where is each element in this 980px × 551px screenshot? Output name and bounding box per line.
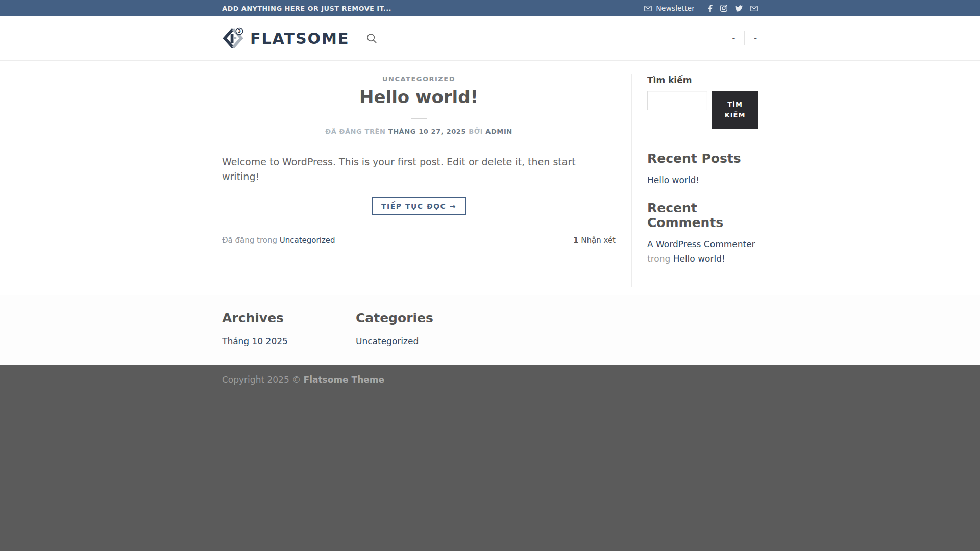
post-title[interactable]: Hello world! <box>222 87 616 107</box>
recent-posts-title: Recent Posts <box>647 151 758 166</box>
posted-in-label: Đã đăng trong <box>222 236 277 245</box>
flatsome-diamond-icon: 3 <box>222 27 244 50</box>
facebook-icon[interactable] <box>708 5 713 12</box>
comment-author-link[interactable]: A WordPress Commenter <box>647 239 755 249</box>
continue-reading-button[interactable]: TIẾP TỤC ĐỌC → <box>372 197 466 215</box>
instagram-icon[interactable] <box>720 5 727 12</box>
site-logo-text: FLATSOME <box>250 30 349 47</box>
nav-item-1[interactable]: - <box>731 32 736 44</box>
recent-posts-widget: Recent Posts Hello world! <box>647 151 758 185</box>
twitter-icon[interactable] <box>735 5 743 12</box>
comments-count: 1 <box>573 236 578 245</box>
by-label: BỞI <box>469 128 483 135</box>
nav-item-2[interactable]: - <box>753 32 758 44</box>
site-header: 3 FLATSOME - - <box>0 16 980 61</box>
posted-on-label: ĐÃ ĐĂNG TRÊN <box>325 128 385 135</box>
search-widget-title: Tìm kiếm <box>647 75 758 85</box>
categories-widget: Categories Uncategorized <box>356 311 489 346</box>
recent-comments-title: Recent Comments <box>647 201 758 230</box>
primary-nav: - - <box>731 31 758 45</box>
newsletter-label: Newsletter <box>656 4 695 12</box>
sidebar-divider <box>631 74 632 287</box>
comment-in-label: trong <box>647 254 673 264</box>
sidebar: Tìm kiếm TÌM KIẾM Recent Posts Hello wor… <box>647 61 758 295</box>
site-logo[interactable]: 3 FLATSOME <box>222 27 349 50</box>
main-content: UNCATEGORIZED Hello world! ĐÃ ĐĂNG TRÊN … <box>0 61 980 295</box>
category-link[interactable]: Uncategorized <box>356 336 419 346</box>
post-author-link[interactable]: ADMIN <box>485 128 512 135</box>
mail-icon[interactable] <box>750 6 758 11</box>
post-meta: ĐÃ ĐĂNG TRÊN THÁNG 10 27, 2025 BỞI ADMIN <box>222 128 616 135</box>
footer-widgets: Archives Tháng 10 2025 Categories Uncate… <box>0 295 980 365</box>
comments-label: Nhận xét <box>579 236 616 245</box>
comments-count-link[interactable]: 1 Nhận xét <box>573 236 616 245</box>
post-divider <box>222 253 616 253</box>
archives-title: Archives <box>222 311 356 325</box>
sidebar-search-input[interactable] <box>647 91 707 110</box>
svg-text:3: 3 <box>238 29 241 34</box>
archive-link[interactable]: Tháng 10 2025 <box>222 336 288 346</box>
nav-divider <box>744 31 745 45</box>
copyright-prefix: Copyright 2025 © <box>222 374 304 385</box>
post-category-link[interactable]: UNCATEGORIZED <box>222 75 616 83</box>
posted-in-category-link[interactable]: Uncategorized <box>280 236 335 245</box>
search-icon[interactable] <box>366 33 377 44</box>
newsletter-link[interactable]: Newsletter <box>644 4 695 12</box>
comment-post-link[interactable]: Hello world! <box>673 254 725 264</box>
topbar-message: ADD ANYTHING HERE OR JUST REMOVE IT... <box>222 5 391 12</box>
footer-absolute: Copyright 2025 © Flatsome Theme <box>0 365 980 551</box>
mail-icon <box>644 6 652 11</box>
recent-post-link[interactable]: Hello world! <box>647 175 699 185</box>
title-divider <box>411 118 427 119</box>
list-item: Hello world! <box>647 175 758 185</box>
categories-title: Categories <box>356 311 489 325</box>
post-date-link[interactable]: THÁNG 10 27, 2025 <box>388 128 466 135</box>
archives-widget: Archives Tháng 10 2025 <box>222 311 356 346</box>
post-article: UNCATEGORIZED Hello world! ĐÃ ĐĂNG TRÊN … <box>222 61 616 295</box>
search-widget: Tìm kiếm TÌM KIẾM <box>647 75 758 129</box>
copyright-text: Copyright 2025 © Flatsome Theme <box>222 374 758 385</box>
topbar: ADD ANYTHING HERE OR JUST REMOVE IT... N… <box>0 0 980 16</box>
list-item: A WordPress Commenter trong Hello world! <box>647 239 758 264</box>
copyright-brand: Flatsome Theme <box>304 374 384 385</box>
sidebar-search-button[interactable]: TÌM KIẾM <box>712 91 758 129</box>
recent-comments-widget: Recent Comments A WordPress Commenter tr… <box>647 201 758 264</box>
post-excerpt: Welcome to WordPress. This is your first… <box>222 155 616 184</box>
posted-in: Đã đăng trong Uncategorized <box>222 236 335 245</box>
